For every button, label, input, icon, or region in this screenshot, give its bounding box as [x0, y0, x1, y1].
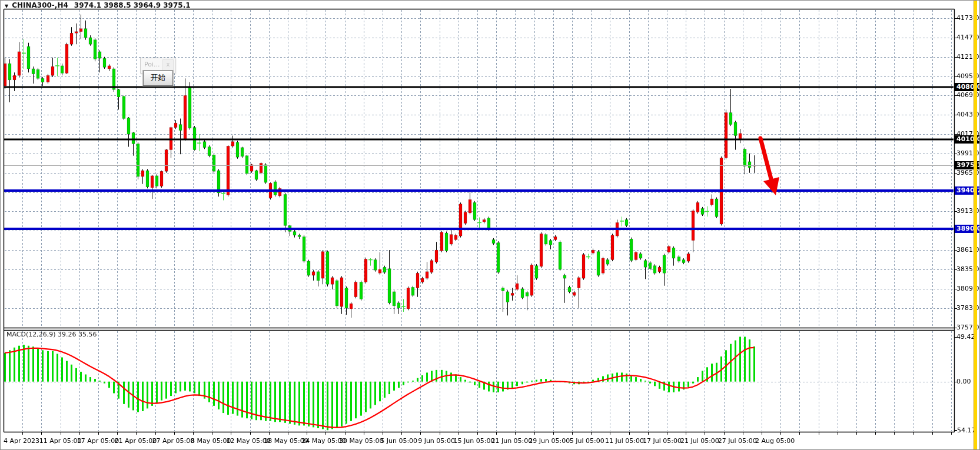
macd-name: MACD(12,26,9) [6, 331, 56, 338]
time-tick-label: 8 May 05:00 [191, 437, 231, 445]
time-tick-label: 4 Apr 2023 [4, 437, 39, 445]
chart-window: ▼CHINA300-,H43974.1 3988.5 3964.9 3975.1… [0, 0, 980, 450]
macd-scale-max: 49.42 [956, 333, 975, 341]
time-tick-label: 21 Jul 05:00 [680, 437, 719, 445]
macd-signal-value: 35.56 [78, 331, 97, 338]
time-tick-label: 30 May 05:00 [339, 437, 383, 445]
time-tick-label: 5 Jul 05:00 [570, 437, 604, 445]
time-tick-label: 11 Jul 05:00 [605, 437, 644, 445]
time-tick-label: 17 Jul 05:00 [643, 437, 682, 445]
time-tick-label: 21 Jun 05:00 [491, 437, 532, 445]
popup-title: Poi... [144, 61, 160, 68]
start-button[interactable]: 开始 [143, 71, 173, 86]
yellow-edge-strip [974, 1, 977, 450]
macd-indicator-label: MACD(12,26,9) 39.26 35.56 [6, 331, 97, 338]
macd-scale-min: -54.17 [955, 426, 975, 434]
time-tick-label: 17 Apr 05:00 [77, 437, 119, 445]
macd-value: 39.26 [58, 331, 77, 338]
chart-symbol-title: CHINA300-,H4 [12, 1, 68, 9]
time-tick-label: 27 Apr 05:00 [152, 437, 194, 445]
time-tick-label: 21 Apr 05:00 [115, 437, 157, 445]
chart-header: ▼CHINA300-,H43974.1 3988.5 3964.9 3975.1 [5, 1, 191, 9]
time-tick-label: 27 Jul 05:00 [718, 437, 757, 445]
trend-down-arrow[interactable] [758, 135, 780, 198]
popup-close-icon[interactable]: x [162, 59, 174, 71]
macd-scale-zero: 0.00 [956, 378, 971, 385]
time-tick-label: 11 Apr 05:00 [39, 437, 82, 445]
chart-ohlc-values: 3974.1 3988.5 3964.9 3975.1 [74, 1, 191, 9]
time-tick-label: 5 Jun 05:00 [380, 437, 417, 445]
time-tick-label: 9 Jun 05:00 [418, 437, 455, 445]
time-tick-label: 2 Aug 05:00 [755, 437, 795, 445]
time-tick-label: 15 Jun 05:00 [454, 437, 495, 445]
time-tick-label: 29 Jun 05:00 [529, 437, 570, 445]
symbol-dropdown-icon[interactable]: ▼ [5, 4, 8, 9]
